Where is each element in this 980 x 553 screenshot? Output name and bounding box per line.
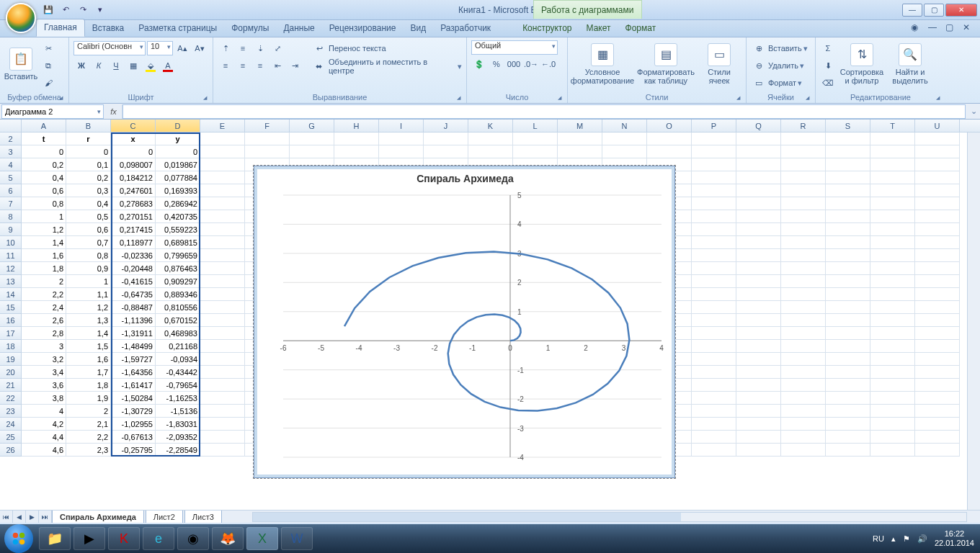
font-color-icon[interactable]: A xyxy=(160,58,176,73)
cell[interactable]: 0,077884 xyxy=(156,171,200,184)
tab-developer[interactable]: Разработчик xyxy=(433,20,498,37)
column-header[interactable]: G xyxy=(290,120,334,132)
cell[interactable] xyxy=(781,132,826,145)
cell[interactable] xyxy=(736,158,781,171)
cell[interactable]: 0,169393 xyxy=(156,184,200,197)
increase-decimal-icon[interactable]: .0→ xyxy=(523,56,539,72)
cell[interactable] xyxy=(870,418,915,431)
cell[interactable] xyxy=(781,353,826,366)
cell[interactable] xyxy=(602,145,647,158)
cell[interactable] xyxy=(468,145,513,158)
cell[interactable] xyxy=(692,210,736,223)
format-as-table-button[interactable]: ▤Форматировать как таблицу xyxy=(636,40,696,88)
qat-customize-icon[interactable]: ▾ xyxy=(92,2,108,18)
orientation-icon[interactable]: ⤢ xyxy=(270,40,285,56)
cell[interactable] xyxy=(200,262,245,275)
cell[interactable] xyxy=(692,197,736,210)
cell[interactable] xyxy=(200,288,245,301)
cell[interactable]: -1,30729 xyxy=(111,405,156,418)
cell[interactable] xyxy=(915,132,960,145)
cell[interactable] xyxy=(915,405,960,418)
cell[interactable]: 0,3 xyxy=(66,184,111,197)
cell[interactable]: 2,2 xyxy=(22,288,66,301)
cell[interactable] xyxy=(736,184,781,197)
cell[interactable]: -1,5136 xyxy=(156,405,200,418)
ribbon-minimize-icon[interactable]: — xyxy=(928,22,940,34)
cell[interactable]: 0,889346 xyxy=(156,288,200,301)
cell[interactable] xyxy=(826,353,870,366)
cell[interactable] xyxy=(915,314,960,327)
cell[interactable] xyxy=(915,418,960,431)
taskbar-firefox-icon[interactable]: 🦊 xyxy=(212,527,244,550)
cell[interactable] xyxy=(736,431,781,444)
row-header[interactable]: 24 xyxy=(0,418,22,431)
cell[interactable]: 0,019867 xyxy=(156,158,200,171)
cell[interactable] xyxy=(736,314,781,327)
row-header[interactable]: 23 xyxy=(0,405,22,418)
format-cells-icon[interactable]: ▭ xyxy=(751,75,767,91)
merge-center-icon[interactable]: ⬌ xyxy=(311,58,327,74)
cell[interactable] xyxy=(200,197,245,210)
cell[interactable] xyxy=(692,314,736,327)
cell[interactable] xyxy=(826,288,870,301)
cell[interactable] xyxy=(870,340,915,353)
cell[interactable] xyxy=(692,301,736,314)
cell[interactable] xyxy=(826,158,870,171)
cell[interactable] xyxy=(781,158,826,171)
cell[interactable] xyxy=(870,366,915,379)
cell[interactable]: 4 xyxy=(22,405,66,418)
column-header[interactable]: S xyxy=(826,120,870,132)
cell[interactable]: 0,6 xyxy=(22,184,66,197)
cell[interactable] xyxy=(736,405,781,418)
cell[interactable] xyxy=(915,262,960,275)
row-header[interactable]: 7 xyxy=(0,197,22,210)
cell[interactable] xyxy=(424,145,468,158)
cell[interactable] xyxy=(602,132,647,145)
cell[interactable] xyxy=(290,132,334,145)
paste-button[interactable]: 📋Вставить xyxy=(4,40,37,88)
cell[interactable] xyxy=(781,288,826,301)
cell[interactable] xyxy=(781,145,826,158)
cell[interactable] xyxy=(692,236,736,249)
cell[interactable] xyxy=(692,392,736,405)
cell[interactable] xyxy=(870,236,915,249)
cell[interactable] xyxy=(334,145,379,158)
cell[interactable]: -0,0934 xyxy=(156,353,200,366)
cell[interactable] xyxy=(781,418,826,431)
cell[interactable] xyxy=(826,223,870,236)
row-header[interactable]: 16 xyxy=(0,314,22,327)
cell[interactable] xyxy=(915,236,960,249)
cell[interactable] xyxy=(870,145,915,158)
accounting-format-icon[interactable]: 💲 xyxy=(471,56,487,72)
column-header[interactable]: H xyxy=(334,120,379,132)
cell[interactable] xyxy=(781,236,826,249)
cell[interactable]: -0,02336 xyxy=(111,249,156,262)
worksheet-grid[interactable]: ABCDEFGHIJKLMNOPQRSTU 2trxy3000040,20,10… xyxy=(0,120,980,510)
cell[interactable] xyxy=(200,327,245,340)
cell[interactable] xyxy=(826,366,870,379)
row-header[interactable]: 9 xyxy=(0,223,22,236)
save-icon[interactable]: 💾 xyxy=(40,2,56,18)
row-header[interactable]: 10 xyxy=(0,236,22,249)
cell[interactable]: 1,1 xyxy=(66,288,111,301)
redo-icon[interactable]: ↷ xyxy=(75,2,91,18)
cell[interactable]: t xyxy=(22,132,66,145)
percent-format-icon[interactable]: % xyxy=(489,56,504,72)
align-right-icon[interactable]: ≡ xyxy=(252,58,268,73)
office-button[interactable] xyxy=(6,3,36,33)
cell[interactable]: 1,2 xyxy=(22,223,66,236)
minimize-button[interactable]: — xyxy=(902,4,922,17)
column-header[interactable]: U xyxy=(915,120,960,132)
cell[interactable]: 3 xyxy=(22,340,66,353)
cell[interactable]: -0,43442 xyxy=(156,366,200,379)
cell[interactable] xyxy=(200,275,245,288)
cell[interactable]: 1,5 xyxy=(66,340,111,353)
cell[interactable]: 0,876463 xyxy=(156,262,200,275)
cell[interactable]: r xyxy=(66,132,111,145)
cell[interactable] xyxy=(781,171,826,184)
row-header[interactable]: 21 xyxy=(0,379,22,392)
row-header[interactable]: 25 xyxy=(0,431,22,444)
cell[interactable] xyxy=(870,405,915,418)
cell[interactable] xyxy=(245,132,290,145)
cell[interactable] xyxy=(915,171,960,184)
